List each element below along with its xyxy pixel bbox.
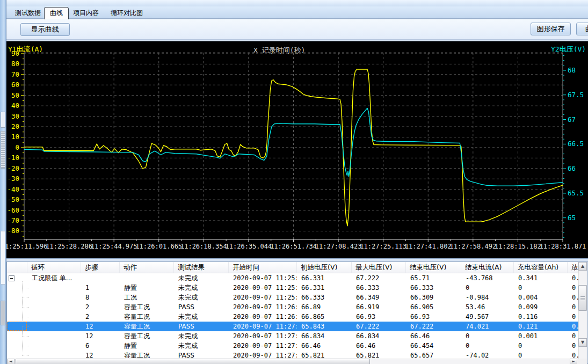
tab-bar: 测试数据 曲线 项目内容 循环对比图 xyxy=(6,6,588,19)
cell-cycle xyxy=(27,293,81,302)
column-header-v0[interactable]: 初始电压(V) xyxy=(297,262,352,273)
column-header-result[interactable]: 测试结果 xyxy=(174,262,229,273)
cell-dchg: 0. xyxy=(568,293,578,302)
save-graph-button[interactable]: 图形保存 xyxy=(531,23,571,35)
table-header: 循环步骤动作测试结果开始时间初始电压(V)最大电压(V)结束电压(V)结束电流(… xyxy=(7,262,578,273)
cell-vend: 66.333 xyxy=(406,283,461,293)
scroll-down-button[interactable]: ▼ xyxy=(578,338,587,347)
cell-action: 容量工况 xyxy=(120,312,174,322)
table-body: 工况限值 单...未完成2020-09-07 11:25:1166.33167.… xyxy=(7,273,578,359)
tab-curve[interactable]: 曲线 xyxy=(44,7,69,19)
cell-v0: 66.865 xyxy=(297,312,352,322)
cell-dchg: 0. xyxy=(568,322,578,331)
cell-iend: 0 xyxy=(461,283,514,293)
svg-text:11:27:41.802: 11:27:41.802 xyxy=(405,243,452,250)
cell-dchg: 0. xyxy=(568,351,578,359)
window-top-band xyxy=(6,0,588,6)
table-row-selected[interactable]: 12容量工况PASS2020-09-07 11:27:1165.84367.22… xyxy=(7,322,578,331)
cell-chg: 0.004 xyxy=(514,293,568,302)
cell-chg: 0.099 xyxy=(514,302,568,312)
table-row[interactable]: 2容量工况PASS2020-09-07 11:26:4166.8966.9196… xyxy=(7,302,578,312)
svg-text:-80: -80 xyxy=(7,227,19,235)
cell-start: 2020-09-07 11:27:54 xyxy=(229,341,297,351)
tree-branch-line xyxy=(23,297,28,298)
cell-cycle: 工况限值 单... xyxy=(27,273,81,283)
cell-vend: 67.222 xyxy=(406,322,461,331)
svg-text:67: 67 xyxy=(568,115,576,123)
svg-text:11:27:25.113: 11:27:25.113 xyxy=(360,243,406,250)
svg-text:20: 20 xyxy=(11,122,19,130)
table-row[interactable]: 12容量工况PASS2020-09-07 11:27:5665.82165.82… xyxy=(7,351,578,359)
svg-text:-60: -60 xyxy=(7,206,19,214)
cell-vend: 65.657 xyxy=(406,351,461,359)
tab-project-content[interactable]: 项目内容 xyxy=(68,8,104,19)
cell-vmax: 66.93 xyxy=(352,312,406,322)
cell-result: 未完成 xyxy=(174,293,229,302)
svg-text:11:26:18.354: 11:26:18.354 xyxy=(180,243,227,250)
table-row[interactable]: 工况限值 单...未完成2020-09-07 11:25:1166.33167.… xyxy=(7,273,578,283)
tab-cycle-compare[interactable]: 循环对比图 xyxy=(105,8,148,19)
table-row[interactable]: 6静置未完成2020-09-07 11:27:5466.4666.4666.45… xyxy=(7,341,578,351)
vertical-scrollbar-thumb[interactable] xyxy=(578,285,587,311)
svg-text:50: 50 xyxy=(11,91,19,99)
column-header-iend[interactable]: 结束电流(A) xyxy=(461,262,514,273)
table-row[interactable]: 12容量工况未完成2020-09-07 11:27:2266.83466.834… xyxy=(7,331,578,341)
cell-iend: -74.02 xyxy=(461,351,514,359)
column-header-vmax[interactable]: 最大电压(V) xyxy=(352,262,406,273)
column-header-step[interactable]: 步骤 xyxy=(81,262,120,273)
show-curve-button[interactable]: 显示曲线 xyxy=(20,23,70,36)
table-row[interactable]: 1静置未完成2020-09-07 11:25:1166.33166.33366.… xyxy=(7,283,578,293)
cell-chg: 0 xyxy=(514,341,568,351)
scroll-left-button[interactable]: ◄ xyxy=(7,359,14,364)
cell-start: 2020-09-07 11:27:22 xyxy=(229,331,297,341)
column-header-chg[interactable]: 充电容量(Ah) xyxy=(514,262,568,273)
table-row[interactable]: 8工况未完成2020-09-07 11:25:1566.33366.34966.… xyxy=(7,293,578,302)
cell-dchg: 0 xyxy=(568,302,578,312)
column-header-vend[interactable]: 结束电压(V) xyxy=(406,262,461,273)
cell-iend: 0 xyxy=(461,331,514,341)
tree-branch-line xyxy=(23,288,28,288)
scroll-right-button[interactable]: ► xyxy=(570,359,577,364)
cell-action: 容量工况 xyxy=(120,351,174,359)
cell-dchg: 0 xyxy=(568,283,578,293)
cell-step: 12 xyxy=(81,331,120,341)
column-header-dchg[interactable]: 放电容 xyxy=(568,262,578,273)
svg-text:-70: -70 xyxy=(7,216,19,224)
cell-action xyxy=(120,273,174,283)
background-window-sliver xyxy=(0,0,6,364)
clipped-curve-button[interactable]: 曲 xyxy=(576,23,588,35)
svg-text:30: 30 xyxy=(11,112,19,120)
cell-vend: 66.46 xyxy=(406,331,461,341)
background-window-fragment xyxy=(1,301,5,325)
svg-text:-20: -20 xyxy=(7,164,19,172)
background-window-fragment xyxy=(1,131,5,169)
tree-trunk-line xyxy=(23,281,23,355)
background-window-fragment xyxy=(1,112,5,128)
table-row[interactable]: 2容量工况未完成2020-09-07 11:26:5366.86566.9366… xyxy=(7,312,578,322)
cell-cycle xyxy=(27,302,81,312)
cell-step: 2 xyxy=(81,312,120,322)
cell-cycle xyxy=(27,351,81,359)
column-header-cycle[interactable]: 循环 xyxy=(27,262,81,273)
svg-text:11:26:35.044: 11:26:35.044 xyxy=(226,243,272,250)
svg-text:11:25:28.286: 11:25:28.286 xyxy=(46,243,92,250)
tab-test-data[interactable]: 测试数据 xyxy=(10,8,46,19)
svg-text:67.5: 67.5 xyxy=(568,91,584,99)
tree-branch-line xyxy=(23,355,28,356)
cell-v0: 66.834 xyxy=(297,331,352,341)
horizontal-scrollbar-thumb[interactable] xyxy=(16,359,370,364)
column-header-action[interactable]: 动作 xyxy=(120,262,174,273)
cell-chg: 0.341 xyxy=(514,273,568,283)
cell-result: 未完成 xyxy=(174,283,229,293)
cell-chg: 0 xyxy=(514,351,568,359)
cell-result: 未完成 xyxy=(174,341,229,351)
cell-iend: -0.984 xyxy=(461,293,514,302)
application-window: 测试数据 曲线 项目内容 循环对比图 显示曲线 图形保存 曲 Y1电流(A) X… xyxy=(0,0,588,364)
svg-text:0: 0 xyxy=(15,143,19,151)
column-header-tree[interactable] xyxy=(7,262,27,273)
cell-vmax: 66.46 xyxy=(352,341,406,351)
cell-action: 静置 xyxy=(120,283,174,293)
column-header-start[interactable]: 开始时间 xyxy=(229,262,297,273)
scroll-up-button[interactable]: ▲ xyxy=(578,262,587,271)
tree-collapse-icon[interactable] xyxy=(9,275,14,281)
